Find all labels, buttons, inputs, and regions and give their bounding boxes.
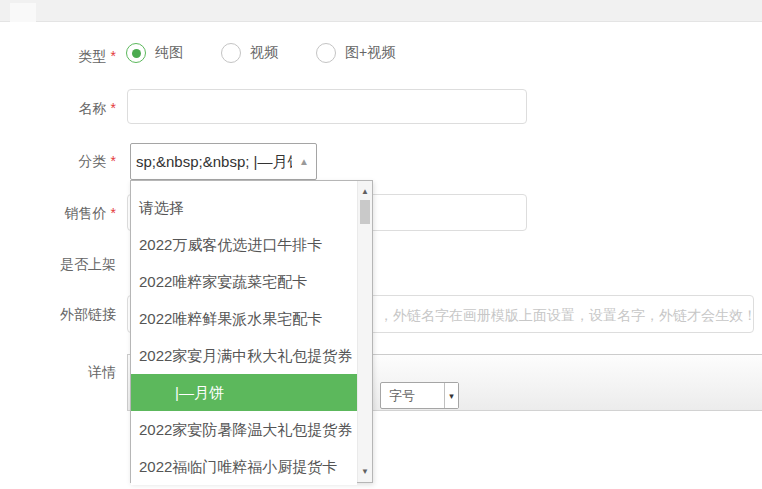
scrollbar-down-icon[interactable]: ▼ <box>358 467 372 476</box>
type-radio-group: 纯图 视频 图+视频 <box>126 43 433 63</box>
category-select-value: sp;&nbsp;&nbsp; |—月饼 <box>136 144 292 179</box>
radio-label: 图+视频 <box>345 44 395 62</box>
required-asterisk: * <box>111 153 116 169</box>
radio-label: 纯图 <box>155 44 183 62</box>
scrollbar-thumb[interactable] <box>360 200 370 224</box>
dropdown-option[interactable]: 请选择 <box>131 189 357 226</box>
top-bar <box>0 0 762 22</box>
on-sale-label: 是否上架 <box>0 256 116 274</box>
dropdown-option[interactable]: 2022唯粹家宴蔬菜宅配卡 <box>131 263 357 300</box>
top-bar-tab <box>10 3 36 22</box>
radio-label: 视频 <box>250 44 278 62</box>
dropdown-option[interactable]: 2022万威客优选进口牛排卡 <box>131 226 357 263</box>
name-input[interactable] <box>127 89 527 124</box>
radio-selected-icon[interactable] <box>126 43 146 63</box>
font-size-select-value: 字号 <box>381 383 444 408</box>
radio-option-image-video[interactable]: 图+视频 <box>316 43 395 63</box>
dropdown-option[interactable]: 2022家宴月满中秋大礼包提货券 <box>131 337 357 374</box>
radio-option-pure-image[interactable]: 纯图 <box>126 43 183 63</box>
caret-up-icon: ▲ <box>299 156 309 167</box>
external-link-placeholder: ，外链名字在画册模版上面设置，设置名字，外链才会生效！ <box>379 296 757 334</box>
dropdown-option[interactable]: 2022福临门唯粹福小厨提货卡 <box>131 448 357 485</box>
dropdown-option[interactable]: 2022家宴防暑降温大礼包提货券 <box>131 411 357 448</box>
category-option-list: 请选择 2022万威客优选进口牛排卡 2022唯粹家宴蔬菜宅配卡 2022唯粹鲜… <box>131 189 357 485</box>
category-dropdown-panel: 请选择 2022万威客优选进口牛排卡 2022唯粹家宴蔬菜宅配卡 2022唯粹鲜… <box>130 180 373 483</box>
name-label: 名称* <box>0 100 116 118</box>
required-asterisk: * <box>111 100 116 116</box>
detail-label: 详情 <box>0 364 116 382</box>
scrollbar-up-icon[interactable]: ▲ <box>358 187 372 196</box>
required-asterisk: * <box>111 48 116 64</box>
dropdown-scrollbar[interactable]: ▲ ▼ <box>357 181 372 482</box>
dropdown-option[interactable]: 2022唯粹鲜果派水果宅配卡 <box>131 300 357 337</box>
external-link-label: 外部链接 <box>0 306 116 324</box>
category-select[interactable]: sp;&nbsp;&nbsp; |—月饼 ▲ <box>130 143 317 180</box>
radio-unselected-icon[interactable] <box>221 43 241 63</box>
category-label: 分类* <box>0 153 116 171</box>
price-label: 销售价* <box>0 205 116 223</box>
font-size-select[interactable]: 字号 ▾ <box>380 382 459 409</box>
type-label: 类型* <box>0 48 116 66</box>
product-form-page: 类型* 纯图 视频 图+视频 名称* 分类* sp;&nbsp;&nbsp; |… <box>0 0 762 489</box>
dropdown-option-highlighted[interactable]: |—月饼 <box>131 374 357 411</box>
radio-dot <box>132 49 141 58</box>
radio-option-video[interactable]: 视频 <box>221 43 278 63</box>
radio-unselected-icon[interactable] <box>316 43 336 63</box>
required-asterisk: * <box>111 205 116 221</box>
caret-down-icon[interactable]: ▾ <box>444 383 458 408</box>
